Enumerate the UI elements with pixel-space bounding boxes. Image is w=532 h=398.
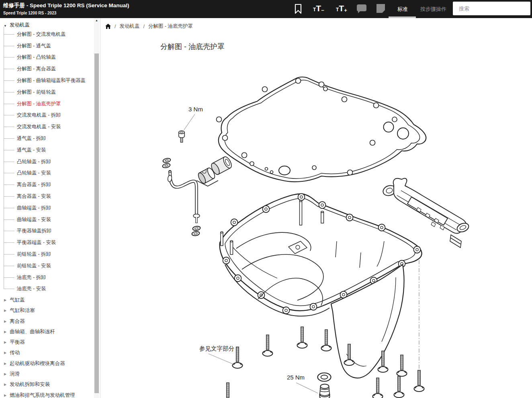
- torque-label-drain: 25 Nm: [287, 374, 305, 381]
- sidebar-section-label: 曲轴箱、曲轴和连杆: [10, 328, 55, 335]
- sidebar-section[interactable]: ▶ 气缸盖: [0, 295, 100, 305]
- sidebar-section[interactable]: ▶ 曲轴箱、曲轴和连杆: [0, 326, 100, 337]
- sidebar-item[interactable]: 通气盖 - 拆卸: [0, 133, 100, 144]
- tree-connector: [4, 185, 14, 185]
- sidebar-children: 分解图 - 交流发电机盖 分解图 - 通气盖 分解图 - 凸轮轴盖 分解图 - …: [0, 29, 100, 295]
- sidebar-item[interactable]: 通气盖 - 安装: [0, 144, 100, 156]
- sidebar-section[interactable]: ▶ 发动机拆卸和安装: [0, 380, 100, 390]
- sidebar-item[interactable]: 前链轮盖 - 安装: [0, 260, 100, 272]
- sidebar-section[interactable]: ▶ 传动: [0, 348, 100, 358]
- sidebar-section-label: 离合器: [10, 318, 25, 325]
- tree-connector: [4, 46, 14, 46]
- font-decrease-icon[interactable]: TT−: [313, 4, 324, 12]
- tab-standard[interactable]: 标准: [397, 6, 408, 13]
- sidebar-item-label: 凸轮轴盖 - 拆卸: [17, 158, 51, 165]
- sidebar-item[interactable]: 平衡器轴盖拆卸: [0, 226, 100, 237]
- font-increase-icon[interactable]: TT+: [336, 4, 347, 12]
- comment-icon[interactable]: [357, 4, 366, 11]
- tree-connector: [4, 127, 14, 127]
- sidebar-item[interactable]: 分解图 - 交流发电机盖: [0, 29, 100, 40]
- sidebar-item-label: 凸轮轴盖 - 安装: [17, 170, 51, 176]
- note-icon[interactable]: [376, 4, 385, 13]
- sidebar-scrollbar-thumb[interactable]: [94, 53, 99, 393]
- font-decrease-big-t: T: [316, 4, 321, 12]
- chevron-right-icon: ▶: [4, 394, 6, 397]
- service-manual-app: 3 Nm 参见文字部分 25 Nm 维修手册 - Speed Triple 12…: [0, 0, 532, 398]
- breadcrumb-item-current[interactable]: 分解图 - 油底壳护罩: [148, 23, 193, 30]
- sidebar-section-label: 发动机拆卸和安装: [10, 381, 50, 388]
- breadcrumb-separator: /: [115, 24, 116, 29]
- tree-connector: [4, 231, 14, 231]
- sidebar-item-label: 曲轴端盖 - 拆卸: [17, 205, 51, 211]
- callouts: 3 Nm 参见文字部分 25 Nm: [184, 106, 318, 393]
- tab-step-by-step[interactable]: 按步骤操作: [420, 6, 446, 13]
- sidebar-item[interactable]: 离合器盖 - 安装: [0, 191, 100, 202]
- chevron-right-icon: ▶: [4, 372, 6, 376]
- font-decrease-small-t: T: [313, 7, 316, 12]
- sidebar-item-label: 前链轮盖 - 拆卸: [17, 251, 51, 258]
- app-title: 维修手册 - Speed Triple 1200 RS (Service Man…: [3, 2, 129, 9]
- chevron-right-icon: ▶: [4, 309, 6, 312]
- grommet-spacer: [210, 156, 233, 176]
- sidebar-item[interactable]: 分解图 - 前链轮盖: [0, 86, 100, 98]
- sidebar-item[interactable]: 凸轮轴盖 - 拆卸: [0, 156, 100, 168]
- sidebar-item[interactable]: 分解图 - 离合器盖: [0, 63, 100, 75]
- sidebar-item[interactable]: 分解图 - 曲轴箱端盖和平衡器盖: [0, 75, 100, 86]
- sidebar-item-label: 分解图 - 曲轴箱端盖和平衡器盖: [17, 77, 86, 84]
- sidebar-item-label: 油底壳 - 拆卸: [17, 274, 46, 281]
- sidebar-item[interactable]: 前链轮盖 - 拆卸: [0, 248, 100, 260]
- sidebar-item[interactable]: 油底壳 - 拆卸: [0, 272, 100, 283]
- sidebar-item[interactable]: 分解图 - 通气盖: [0, 40, 100, 52]
- sidebar-item[interactable]: 分解图 - 凸轮轴盖: [0, 52, 100, 64]
- sidebar-item-label: 离合器盖 - 安装: [17, 193, 51, 200]
- sidebar-section-label: 传动: [10, 349, 20, 356]
- tree-connector: [4, 92, 14, 92]
- sidebar-section-label: 润滑: [10, 371, 20, 377]
- chevron-right-icon: ▶: [4, 341, 6, 344]
- home-icon[interactable]: [105, 24, 111, 29]
- sidebar-item-label: 平衡器轴盖拆卸: [17, 228, 51, 234]
- breadcrumb-item-engine-covers[interactable]: 发动机盖: [119, 23, 139, 30]
- search-box: [453, 2, 530, 15]
- sidebar-item-label: 分解图 - 凸轮轴盖: [17, 54, 56, 61]
- sidebar-item[interactable]: 凸轮轴盖 - 安装: [0, 168, 100, 179]
- sidebar-item-label: 分解图 - 交流发电机盖: [17, 31, 66, 38]
- sidebar-section[interactable]: ▶ 离合器: [0, 316, 100, 326]
- sidebar-section-engine-covers[interactable]: ▼ 发动机盖: [0, 18, 100, 29]
- sidebar-item[interactable]: 分解图 - 油底壳护罩: [0, 98, 100, 110]
- sidebar-section-label: 气缸盖: [10, 297, 25, 304]
- tree-connector: [4, 242, 14, 243]
- sidebar-section[interactable]: ▶ 润滑: [0, 369, 100, 379]
- sidebar-item[interactable]: 交流发电机盖 - 拆卸: [0, 110, 100, 121]
- tree-connector: [4, 277, 14, 278]
- sidebar-item-label: 通气盖 - 拆卸: [17, 135, 46, 142]
- scroll-up-icon[interactable]: ▲: [94, 18, 99, 23]
- sidebar-item-label: 分解图 - 油底壳护罩: [17, 101, 61, 107]
- sidebar-section-label: 发动机盖: [10, 22, 30, 29]
- tree-connector: [4, 208, 14, 208]
- drain-plug: [320, 384, 330, 398]
- sidebar-section[interactable]: ▶ 起动机驱动和楔块离合器: [0, 358, 100, 369]
- search-input[interactable]: [458, 5, 530, 12]
- sidebar-section[interactable]: ▶ 燃油和排气系统与发动机管理: [0, 390, 100, 398]
- sidebar-item[interactable]: 曲轴端盖 - 拆卸: [0, 202, 100, 214]
- sidebar-section[interactable]: ▶ 平衡器: [0, 337, 100, 348]
- sidebar-item-label: 交流发电机盖 - 拆卸: [17, 112, 61, 119]
- sidebar-item[interactable]: 油底壳 - 安装: [0, 283, 100, 295]
- sidebar-section-label: 燃油和排气系统与发动机管理: [10, 392, 75, 398]
- oil-sump-pan: [220, 185, 422, 378]
- bookmark-icon[interactable]: [295, 4, 302, 16]
- tree-connector: [4, 289, 14, 289]
- sidebar-item[interactable]: 曲轴端盖 - 安装: [0, 214, 100, 226]
- sidebar-item[interactable]: 离合器盖 - 拆卸: [0, 179, 100, 191]
- breadcrumb: / 发动机盖 / 分解图 - 油底壳护罩: [105, 23, 193, 30]
- grommet-sleeve: [197, 167, 216, 185]
- sidebar-item-label: 离合器盖 - 拆卸: [17, 181, 51, 188]
- tree-connector: [4, 115, 14, 115]
- toc-sidebar: ▼ 发动机盖 分解图 - 交流发电机盖 分解图 - 通气盖 分解图 - 凸轮轴盖: [0, 18, 100, 398]
- sidebar-collapsed-sections: ▶ 气缸盖 ▶ 气缸和活塞 ▶ 离合器 ▶ 曲轴箱、曲轴和连杆: [0, 295, 100, 398]
- sidebar-item[interactable]: 平衡器端盖 - 安装: [0, 237, 100, 248]
- sidebar-item[interactable]: 交流发电机盖 - 安装: [0, 121, 100, 133]
- tree-connector: [4, 162, 14, 162]
- sidebar-section[interactable]: ▶ 气缸和活塞: [0, 306, 100, 316]
